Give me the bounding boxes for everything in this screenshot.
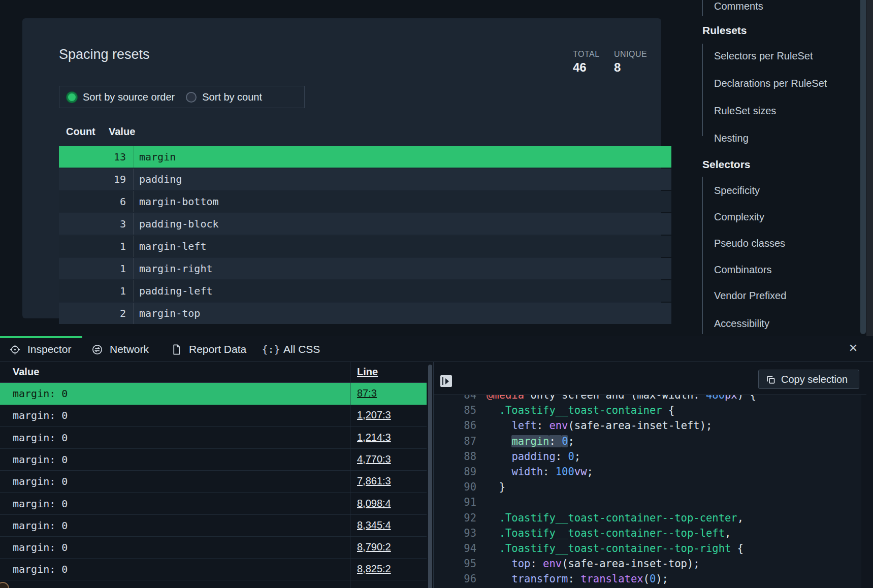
sidebar-item-combinators[interactable]: Combinators xyxy=(714,264,771,276)
code-line-text: .Toastify__toast-container--top-left, xyxy=(487,526,731,541)
code-token xyxy=(487,512,499,524)
table-row[interactable]: 1margin-left xyxy=(59,236,671,257)
declaration-row[interactable]: margin: 07,861:3 xyxy=(0,471,427,493)
tab-all-css[interactable]: {:}All CSS xyxy=(265,341,320,357)
code-token: (safe-area-inset-top); xyxy=(562,558,700,570)
declaration-line-link[interactable]: 1,207:3 xyxy=(357,409,391,421)
declaration-line-link[interactable]: 4,770:3 xyxy=(357,453,391,465)
code-token: @media xyxy=(487,395,524,401)
code-token: 100 xyxy=(556,466,574,478)
code-line-number: 90 xyxy=(434,479,476,495)
table-row[interactable]: 2margin-top xyxy=(59,303,671,324)
code-line-text: transform: translatex(0); xyxy=(487,571,668,586)
sidebar-item-comments[interactable]: Comments xyxy=(714,1,763,12)
sidebar-group-line xyxy=(702,0,703,16)
stat-total-value: 46 xyxy=(573,60,600,75)
radio-icon xyxy=(67,92,77,103)
panel-toggle-icon[interactable] xyxy=(440,375,452,387)
sidebar-item-declarations-per-ruleset[interactable]: Declarations per RuleSet xyxy=(714,78,827,89)
sidebar-scrollbar[interactable] xyxy=(860,0,866,334)
code-token: .Toastify__toast-container--top-right xyxy=(499,542,731,554)
tab-report-data[interactable]: Report Data xyxy=(171,341,246,357)
sidebar-item-pseudo-classes[interactable]: Pseudo classes xyxy=(714,238,785,249)
code-token: width xyxy=(511,466,543,478)
table-row[interactable]: 1padding-left xyxy=(59,280,671,302)
declaration-row[interactable]: margin: 087:3 xyxy=(0,383,427,405)
code-line-text: padding: 0; xyxy=(487,449,580,464)
table-row[interactable]: 3padding-block xyxy=(59,213,671,235)
stat-unique-label: UNIQUE xyxy=(614,50,647,59)
declarations-scrollbar-thumb[interactable] xyxy=(428,365,432,588)
sidebar-item-specificity[interactable]: Specificity xyxy=(714,185,760,197)
code-line: 84@media only screen and (max-width: 480… xyxy=(434,395,861,403)
declaration-line-link[interactable]: 8,345:4 xyxy=(357,519,391,531)
code-line-text: .Toastify__toast-container { xyxy=(487,403,674,418)
code-token: 0 xyxy=(650,573,656,585)
code-viewer[interactable]: 84@media only screen and (max-width: 480… xyxy=(434,395,861,588)
close-icon[interactable]: ✕ xyxy=(845,340,861,356)
sidebar-item-selectors-per-ruleset[interactable]: Selectors per RuleSet xyxy=(714,50,813,62)
column-header-value: Value xyxy=(109,126,135,138)
declaration-row[interactable]: margin: 01,214:3 xyxy=(0,427,427,449)
tab-label: Inspector xyxy=(27,343,71,355)
tab-inspector[interactable]: Inspector xyxy=(9,341,71,357)
code-token: top xyxy=(511,558,530,570)
sort-option-unselected[interactable]: Sort by count xyxy=(186,91,262,103)
code-token: left xyxy=(511,419,536,432)
declaration-row[interactable]: margin: 01,207:3 xyxy=(0,405,427,427)
code-line-number: 87 xyxy=(434,434,476,449)
tab-label: Network xyxy=(110,343,149,355)
declaration-line-link[interactable]: 8,790:2 xyxy=(357,541,391,553)
sidebar-item-nesting[interactable]: Nesting xyxy=(714,133,749,144)
radio-icon xyxy=(186,92,197,103)
code-line: 94 .Toastify__toast-container--top-right… xyxy=(434,541,861,556)
crosshair-icon xyxy=(9,344,21,355)
code-line-number: 89 xyxy=(434,464,476,479)
table-row[interactable]: 1margin-right xyxy=(59,258,671,279)
sidebar-item-ruleset-sizes[interactable]: RuleSet sizes xyxy=(714,105,776,117)
declaration-line-link[interactable]: 1,214:3 xyxy=(357,432,391,443)
declaration-line-link[interactable]: 87:3 xyxy=(357,387,377,399)
code-token: .Toastify__toast-container xyxy=(499,404,662,416)
declaration-row[interactable]: margin: 08,345:4 xyxy=(0,515,427,537)
sidebar-item-accessibility[interactable]: Accessibility xyxy=(714,318,769,330)
code-line: 93 .Toastify__toast-container--top-left, xyxy=(434,526,861,541)
row-count: 3 xyxy=(59,218,133,230)
code-token: margin xyxy=(511,435,549,447)
sidebar-item-vendor-prefixed[interactable]: Vendor Prefixed xyxy=(714,290,786,302)
sidebar-item-complexity[interactable]: Complexity xyxy=(714,211,764,223)
code-token: ( xyxy=(643,573,650,585)
code-line: 96 transform: translatex(0); xyxy=(434,571,861,586)
code-token xyxy=(487,573,511,585)
declaration-row[interactable]: margin: 04,770:3 xyxy=(0,449,427,471)
declaration-row[interactable]: margin: 08,098:4 xyxy=(0,493,427,515)
code-line: 95 top: env(safe-area-inset-top); xyxy=(434,556,861,571)
code-token xyxy=(487,404,499,416)
code-token xyxy=(487,466,511,478)
code-line-number: 86 xyxy=(434,418,476,433)
tab-network[interactable]: Network xyxy=(91,341,149,357)
stat-unique: UNIQUE 8 xyxy=(614,50,647,75)
code-token: { xyxy=(731,542,743,554)
declaration-row[interactable]: margin: 08,825:2 xyxy=(0,559,427,580)
declaration-line-link[interactable]: 8,098:4 xyxy=(357,498,391,509)
declaration-line-link[interactable]: 8,825:2 xyxy=(357,563,391,575)
code-token: translatex xyxy=(580,573,643,585)
line-column-header[interactable]: Line xyxy=(357,366,378,378)
code-token: , xyxy=(725,527,731,539)
code-line: 86 left: env(safe-area-inset-left); xyxy=(434,418,861,433)
table-row[interactable]: 6margin-bottom xyxy=(59,191,671,212)
table-row[interactable]: 13margin xyxy=(59,146,671,168)
declaration-row[interactable]: margin: 08,790:2 xyxy=(0,537,427,559)
declaration-value: margin: 0 xyxy=(13,563,68,575)
code-line-number: 96 xyxy=(434,571,476,586)
declaration-line-link[interactable]: 7,861:3 xyxy=(357,475,391,487)
sort-option-selected[interactable]: Sort by source order xyxy=(67,91,175,103)
copy-selection-button[interactable]: Copy selection xyxy=(758,370,859,389)
code-token xyxy=(487,542,499,554)
code-line: 85 .Toastify__toast-container { xyxy=(434,403,861,418)
code-token: ; xyxy=(574,450,580,463)
code-token xyxy=(487,435,511,447)
declaration-value: margin: 0 xyxy=(13,453,68,466)
table-row[interactable]: 19padding xyxy=(59,169,671,190)
